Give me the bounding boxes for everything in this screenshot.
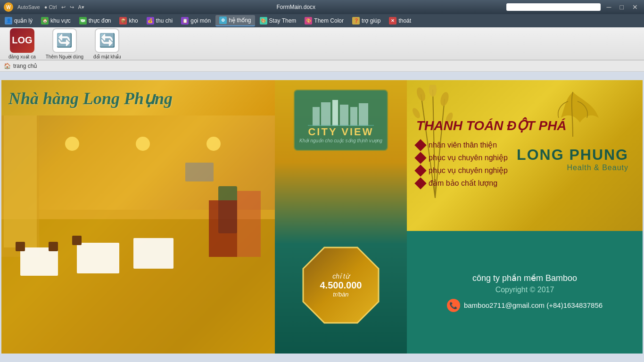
menu-he-thong[interactable]: ⚙ hệ thống — [215, 15, 255, 26]
svg-rect-19 — [332, 100, 338, 126]
thoat-icon: ✕ — [389, 17, 396, 25]
restaurant-title: Nhà hàng Long Phụng — [8, 89, 173, 108]
right-top: LONG PHUNG Health & Beauty THANH TOÁN ĐỘ… — [407, 80, 643, 231]
price-prefix: chỉ từ — [332, 272, 349, 280]
kho-icon: 📦 — [119, 17, 127, 25]
svg-rect-18 — [321, 102, 330, 126]
menu-them-color-label: Them Color — [314, 17, 344, 24]
menu-stay-them[interactable]: 🎨 Stay Them — [256, 16, 300, 26]
ctrl-label: ● Ctrl — [43, 4, 58, 10]
feature-1-text: nhân viên thân thiện — [429, 140, 497, 149]
menu-thuc-don[interactable]: 🍽 thực đơn — [75, 16, 115, 26]
menu-kho-label: kho — [129, 17, 138, 24]
feature-4: đảm bảo chất lượng — [416, 179, 567, 188]
feature-4-text: đảm bảo chất lượng — [429, 179, 497, 188]
svg-rect-12 — [72, 236, 82, 245]
menu-tro-giup-label: trợ giúp — [362, 17, 380, 24]
menu-thu-chi[interactable]: 💰 thu chi — [143, 16, 176, 26]
svg-point-2 — [65, 137, 79, 151]
city-view-name: CITY VIEW — [308, 126, 373, 138]
maximize-btn[interactable]: □ — [618, 3, 626, 11]
doi-mat-khau-label: đổi mật khẩu — [93, 54, 121, 59]
title-bar-left: W AutoSave ● Ctrl ↩ ↪ A▾ — [4, 2, 86, 12]
menu-quan-ly-label: quản lý — [14, 17, 33, 24]
dang-xuat-ca-button[interactable]: LOG đăng xuất ca — [5, 26, 40, 62]
diamond-icon-2 — [414, 152, 426, 164]
city-view-logo: CITY VIEW Khởi nguồn cho cuộc sống thịnh… — [294, 90, 388, 151]
menu-them-color[interactable]: 🎨 Them Color — [301, 16, 347, 26]
quan-ly-icon: 👤 — [5, 17, 12, 25]
svg-rect-7 — [20, 247, 58, 276]
svg-point-30 — [439, 91, 450, 107]
breadcrumb-item[interactable]: trang chủ — [13, 63, 37, 69]
svg-rect-20 — [340, 105, 348, 126]
main-content: Nhà hàng Long Phụng — [0, 72, 644, 362]
feature-3-text: phục vụ chuyên nghiệp — [429, 166, 508, 175]
breadcrumb: 🏠 trang chủ — [0, 60, 644, 72]
title-bar: W AutoSave ● Ctrl ↩ ↪ A▾ FormMain.docx ─… — [0, 0, 644, 14]
menu-khu-vuc[interactable]: 🏠 khu vực — [37, 16, 74, 26]
them-nguoi-dung-button[interactable]: 🔄 Thêm Người dùng — [42, 26, 87, 62]
svg-point-4 — [206, 137, 221, 151]
banner-middle: CITY VIEW Khởi nguồn cho cuộc sống thịnh… — [275, 80, 407, 354]
svg-rect-9 — [133, 238, 173, 269]
copyright: Copyright © 2017 — [495, 286, 554, 294]
home-icon: 🏠 — [4, 63, 11, 69]
svg-rect-8 — [77, 243, 119, 273]
brand-sub: Health & Beauty — [517, 164, 628, 172]
stay-them-icon: 🎨 — [260, 17, 267, 25]
redo-btn[interactable]: ↪ — [68, 4, 75, 11]
diamond-icon-1 — [414, 139, 426, 151]
menu-thu-chi-label: thu chi — [156, 17, 173, 24]
banner-right: LONG PHUNG Health & Beauty THANH TOÁN ĐỘ… — [407, 80, 643, 354]
toolbar: LOG đăng xuất ca 🔄 Thêm Người dùng 🔄 đổi… — [0, 27, 644, 60]
them-nguoi-dung-label: Thêm Người dùng — [46, 54, 83, 59]
svg-rect-17 — [313, 107, 320, 126]
company-name: công ty phần mềm Bamboo — [472, 273, 577, 283]
city-view-tagline: Khởi nguồn cho cuộc sống thịnh vượng — [299, 138, 382, 143]
them-color-icon: 🎨 — [305, 17, 312, 25]
menu-bar: 👤 quản lý 🏠 khu vực 🍽 thực đơn 📦 kho 💰 t… — [0, 14, 644, 27]
thuc-don-icon: 🍽 — [79, 17, 87, 25]
sync-icon-2: 🔄 — [95, 28, 119, 53]
phone-icon: 📞 — [447, 299, 460, 312]
svg-rect-21 — [350, 107, 357, 126]
font-btn[interactable]: A▾ — [77, 4, 86, 11]
doi-mat-khau-button[interactable]: 🔄 đổi mật khẩu — [90, 26, 125, 62]
log-icon: LOG — [10, 28, 34, 53]
brand-name: LONG PHUNG — [517, 146, 628, 164]
menu-kho[interactable]: 📦 kho — [116, 16, 141, 26]
sync-icon-1: 🔄 — [52, 28, 77, 53]
dang-xuat-ca-label: đăng xuất ca — [8, 54, 36, 59]
contact-area: 📞 bamboo2711@gmail.com (+84)1634837856 — [447, 299, 603, 312]
app-logo: W — [4, 2, 13, 12]
logo-area: LONG PHUNG Health & Beauty — [517, 90, 628, 172]
svg-point-3 — [136, 137, 150, 151]
menu-stay-them-label: Stay Them — [269, 17, 297, 24]
menu-thoat-label: thoát — [398, 17, 411, 24]
svg-rect-6 — [4, 115, 37, 247]
svg-rect-15 — [209, 200, 237, 257]
menu-goi-mon-label: gọi món — [190, 17, 211, 24]
title-bar-title: FormMain.docx — [276, 4, 315, 10]
goi-mon-icon: 📋 — [181, 17, 189, 25]
tro-giup-icon: ❓ — [352, 17, 360, 25]
menu-quan-ly[interactable]: 👤 quản lý — [1, 16, 36, 26]
svg-point-28 — [415, 86, 427, 102]
minimize-btn[interactable]: ─ — [604, 3, 614, 11]
menu-tro-giup[interactable]: ❓ trợ giúp — [348, 16, 384, 26]
menu-thuc-don-label: thực đơn — [89, 17, 111, 24]
close-btn[interactable]: ✕ — [630, 3, 640, 11]
svg-rect-14 — [185, 163, 214, 181]
title-bar-tools: AutoSave ● Ctrl ↩ ↪ A▾ — [16, 4, 86, 11]
restaurant-image — [1, 115, 275, 354]
menu-thoat[interactable]: ✕ thoát — [385, 16, 415, 26]
banner: Nhà hàng Long Phụng — [1, 80, 643, 354]
menu-goi-mon[interactable]: 📋 gọi món — [177, 16, 215, 26]
svg-rect-16 — [237, 191, 261, 257]
khu-vuc-icon: 🏠 — [41, 17, 49, 25]
long-phung-brand: LONG PHUNG Health & Beauty — [517, 146, 628, 172]
right-bottom: công ty phần mềm Bamboo Copyright © 2017… — [407, 231, 643, 354]
undo-btn[interactable]: ↩ — [60, 4, 67, 11]
window-controls: ─ □ ✕ — [506, 3, 640, 11]
